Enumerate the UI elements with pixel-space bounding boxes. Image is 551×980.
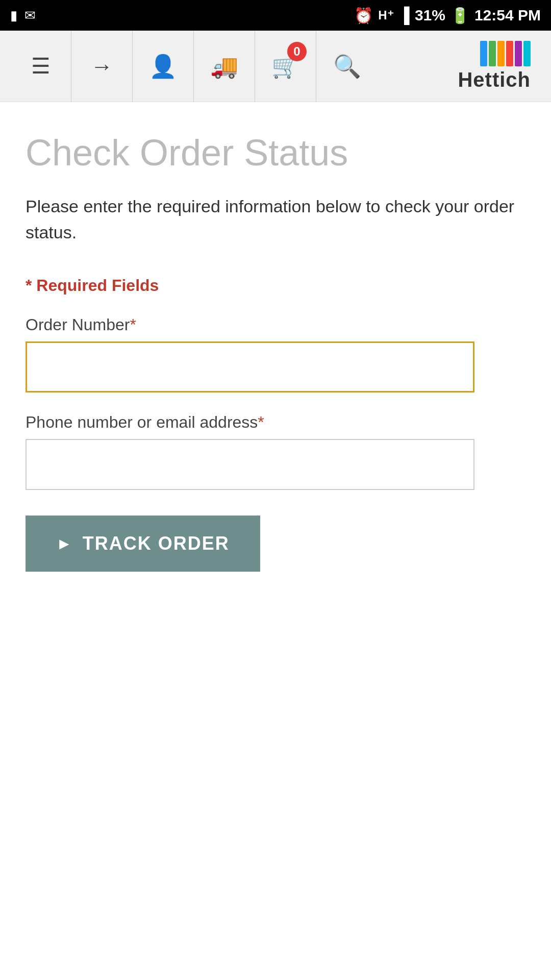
message-icon: ✉ — [24, 8, 36, 23]
order-number-required-star: * — [130, 315, 136, 334]
track-order-label: TRACK ORDER — [83, 533, 230, 554]
network-icon: H⁺ — [378, 8, 393, 22]
stripe-red — [506, 41, 513, 66]
sim-icon: ▮ — [10, 8, 17, 23]
order-number-input[interactable] — [26, 341, 474, 393]
status-bar-right: ⏰ H⁺ ▐ 31% 🔋 12:54 PM — [354, 7, 541, 24]
status-bar-left: ▮ ✉ — [10, 8, 36, 23]
navbar: ☰ → 👤 🚚 🛒 0 🔍 — [0, 31, 551, 102]
phone-email-label: Phone number or email address* — [26, 413, 525, 432]
menu-button[interactable]: ☰ — [10, 31, 71, 102]
stripe-green — [489, 41, 496, 66]
login-button[interactable]: → — [71, 31, 133, 102]
account-button[interactable]: 👤 — [133, 31, 194, 102]
page-title: Check Order Status — [26, 133, 525, 173]
stripe-purple — [515, 41, 522, 66]
cart-button[interactable]: 🛒 0 — [255, 31, 316, 102]
track-order-button[interactable]: ► TRACK ORDER — [26, 516, 260, 572]
signal-icon: ▐ — [399, 7, 410, 24]
main-content: Check Order Status Please enter the requ… — [0, 102, 551, 980]
required-fields-note: * Required Fields — [26, 276, 525, 295]
phone-email-required-star: * — [258, 413, 264, 431]
stripe-cyan — [523, 41, 531, 66]
order-number-group: Order Number* — [26, 315, 525, 393]
alarm-icon: ⏰ — [354, 7, 373, 24]
navbar-left: ☰ → 👤 🚚 🛒 0 🔍 — [10, 31, 378, 102]
search-button[interactable]: 🔍 — [316, 31, 378, 102]
hettich-logo: Hettich — [458, 41, 531, 91]
status-bar: ▮ ✉ ⏰ H⁺ ▐ 31% 🔋 12:54 PM — [0, 0, 551, 31]
track-order-nav-button[interactable]: 🚚 — [194, 31, 255, 102]
time-display: 12:54 PM — [474, 7, 541, 24]
stripe-blue — [480, 41, 487, 66]
logo-container: Hettich — [458, 41, 541, 91]
track-btn-arrow-icon: ► — [56, 534, 73, 553]
logo-text: Hettich — [458, 68, 531, 91]
logo-stripes — [480, 41, 531, 66]
cart-badge: 0 — [287, 42, 307, 61]
phone-email-input[interactable] — [26, 439, 474, 490]
order-number-label: Order Number* — [26, 315, 525, 334]
phone-email-group: Phone number or email address* — [26, 413, 525, 490]
page-description: Please enter the required information be… — [26, 193, 525, 246]
battery-icon: 🔋 — [450, 7, 469, 24]
stripe-orange — [497, 41, 505, 66]
battery-text: 31% — [415, 7, 445, 24]
